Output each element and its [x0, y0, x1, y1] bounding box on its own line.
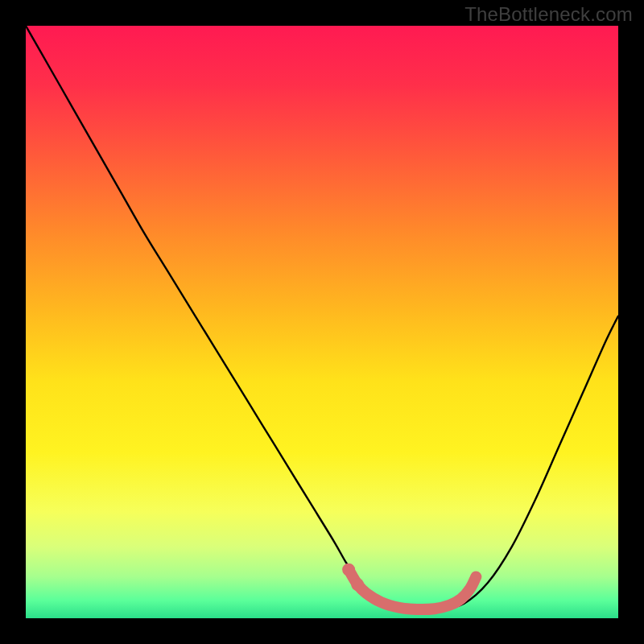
plot-area — [26, 26, 618, 618]
highlight-dot — [342, 564, 355, 576]
watermark-text: TheBottleneck.com — [464, 3, 633, 26]
gradient-background — [26, 26, 618, 618]
plot-svg — [26, 26, 618, 618]
highlight-dot — [351, 578, 364, 591]
chart-stage: TheBottleneck.com — [0, 0, 644, 644]
